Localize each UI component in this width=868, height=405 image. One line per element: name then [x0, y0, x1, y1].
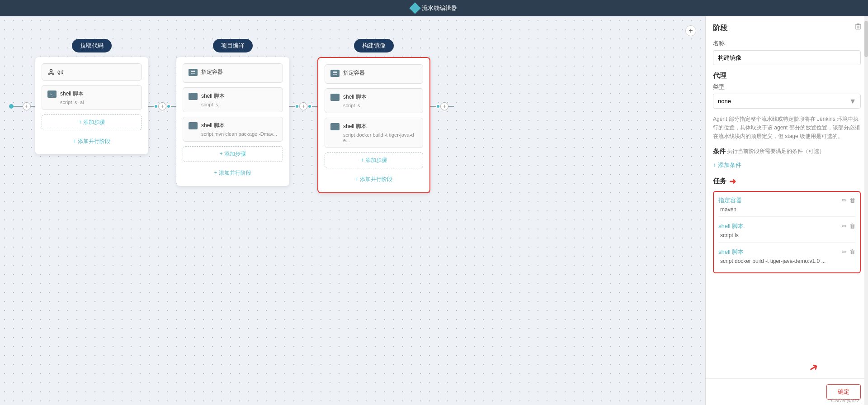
task-git-name: git — [57, 69, 63, 75]
task-shell-2b-script: script mvn clean package -Dmav... — [189, 131, 277, 137]
stage-label-2[interactable]: 项目编译 — [213, 39, 253, 52]
svg-rect-14 — [333, 71, 337, 73]
add-parallel-btn-2[interactable]: + 添加并行阶段 — [183, 167, 283, 180]
task-container-3[interactable]: 指定容器 — [325, 64, 423, 84]
task-shell-3a-script: script ls — [330, 103, 417, 108]
svg-rect-19 — [857, 24, 859, 24]
task-shell-2b[interactable]: shell 脚本 script mvn clean package -Dmav.… — [183, 117, 283, 142]
svg-rect-12 — [190, 123, 196, 129]
shell-icon-2a — [189, 93, 198, 100]
task-edit-icon-2[interactable]: ✏ — [842, 223, 847, 229]
task-delete-icon-1[interactable]: 🗑 — [849, 197, 855, 204]
task-shell-3a-header: shell 脚本 — [330, 93, 417, 101]
watermark: CSDN @hzz... — [831, 398, 863, 403]
panel-scrollbar[interactable] — [864, 16, 868, 405]
connector-1-2: + — [148, 102, 176, 110]
add-parallel-btn-1[interactable]: + 添加并行阶段 — [42, 135, 142, 148]
terminal-icon-3a — [332, 95, 338, 100]
panel-type-label: 类型 — [713, 83, 861, 91]
svg-rect-8 — [190, 70, 196, 75]
add-condition-button[interactable]: + 添加条件 — [713, 161, 861, 169]
task-list-name-1: 指定容器 — [718, 196, 742, 205]
top-bar: 流水线编辑器 — [0, 0, 868, 16]
svg-text:>_: >_ — [50, 93, 53, 96]
add-between-1-2[interactable]: + — [158, 102, 166, 110]
pipeline-add-button[interactable]: + — [685, 25, 696, 36]
task-container-2-name: 指定容器 — [201, 68, 223, 76]
task-list-header-1: 指定容器 ✏ 🗑 — [718, 196, 855, 205]
conn-dot-d — [307, 104, 312, 109]
add-step-btn-3[interactable]: + 添加步骤 — [325, 152, 423, 168]
task-list-item-1: 指定容器 ✏ 🗑 maven — [718, 196, 855, 217]
task-delete-icon-2[interactable]: 🗑 — [849, 223, 855, 229]
task-list-value-1: maven — [718, 206, 855, 213]
scrollbar-thumb[interactable] — [864, 21, 868, 57]
task-list-name-3: shell 脚本 — [718, 248, 744, 256]
conn-dot-e — [436, 104, 440, 109]
shell-icon-3b — [330, 123, 340, 130]
stage-label-3[interactable]: 构建镜像 — [354, 39, 394, 52]
task-shell-2a[interactable]: shell 脚本 script ls — [183, 87, 283, 112]
add-stage-button-start[interactable]: + — [23, 102, 31, 110]
add-parallel-btn-3[interactable]: + 添加并行阶段 — [325, 173, 423, 186]
right-panel-inner: 阶段 名称 代理 类型 none any label node ▼ Agent … — [706, 16, 868, 378]
panel-type-select[interactable]: none any label node — [713, 94, 861, 109]
terminal-icon-2a — [190, 94, 196, 99]
svg-rect-10 — [191, 73, 195, 74]
task-edit-icon-1[interactable]: ✏ — [842, 197, 847, 204]
terminal-icon-3b — [332, 124, 338, 129]
conn-line-d — [312, 106, 317, 107]
task-shell-2a-header: shell 脚本 — [189, 92, 277, 100]
conn-dot-b — [166, 104, 171, 109]
task-delete-icon-3[interactable]: 🗑 — [849, 248, 855, 255]
add-step-btn-1[interactable]: + 添加步骤 — [42, 114, 142, 130]
add-step-btn-2[interactable]: + 添加步骤 — [183, 146, 283, 162]
task-edit-icon-3[interactable]: ✏ — [842, 248, 847, 255]
add-after-3[interactable]: + — [440, 102, 448, 110]
confirm-button[interactable]: 确定 — [826, 384, 861, 400]
task-list-actions-3: ✏ 🗑 — [842, 248, 855, 255]
task-shell-3b[interactable]: shell 脚本 script docker build -t tiger-ja… — [325, 118, 423, 148]
panel-name-input[interactable] — [713, 50, 861, 65]
container-icon-3 — [330, 70, 340, 77]
panel-name-label: 名称 — [713, 39, 861, 48]
stage-label-1[interactable]: 拉取代码 — [72, 39, 112, 52]
svg-rect-13 — [332, 71, 338, 76]
shell-icon-1: >_ — [47, 91, 57, 98]
task-git[interactable]: git — [42, 63, 142, 81]
stage-wrapper-3: 构建镜像 指定容器 — [317, 39, 430, 193]
stage-wrapper-1: 拉取代码 git — [35, 39, 148, 154]
stage-card-1: git >_ shell 脚本 — [35, 57, 148, 154]
conn-line-f — [448, 106, 454, 107]
stage-card-2: 指定容器 shell 脚本 scrip — [176, 57, 289, 186]
main-content: + + 拉取代码 — [0, 16, 868, 405]
panel-select-wrapper: none any label node ▼ — [713, 94, 861, 109]
container-icon-3-svg — [332, 71, 338, 76]
task-shell-3b-name: shell 脚本 — [343, 123, 367, 130]
container-icon-2 — [189, 69, 198, 76]
panel-conditions-row: 条件 执行当前阶段所需要满足的条件（可选） — [713, 148, 861, 156]
svg-rect-11 — [190, 94, 196, 99]
connector-2-3: + — [289, 102, 317, 110]
panel-agent-label: 代理 — [713, 71, 861, 80]
pipeline-area: + + 拉取代码 — [0, 16, 705, 405]
task-container-2[interactable]: 指定容器 — [183, 63, 283, 83]
right-panel: 阶段 名称 代理 类型 none any label node ▼ Agent … — [705, 16, 868, 405]
panel-delete-icon[interactable] — [854, 23, 862, 32]
trash-icon — [854, 23, 862, 30]
conn-line-b — [171, 106, 176, 107]
task-shell-2b-header: shell 脚本 — [189, 122, 277, 129]
task-shell-3b-header: shell 脚本 — [330, 123, 417, 130]
tasks-list-box: 指定容器 ✏ 🗑 maven shell 脚本 ✏ 🗑 — [713, 191, 861, 273]
connector-after-3: + — [430, 102, 454, 110]
add-between-2-3[interactable]: + — [299, 102, 307, 110]
first-connector: + — [9, 102, 35, 110]
task-shell-3b-script: script docker build -t tiger-java-de... — [330, 132, 417, 143]
logo: 流水线编辑器 — [411, 4, 457, 12]
task-shell-3a[interactable]: shell 脚本 script ls — [325, 88, 423, 113]
task-shell-1[interactable]: >_ shell 脚本 script ls -al — [42, 85, 142, 110]
task-shell-1-header: >_ shell 脚本 — [47, 90, 136, 98]
panel-description: Agent 部分指定整个流水线或特定阶段将在 Jenkins 环境中执行的位置，… — [713, 115, 861, 141]
task-container-3-header: 指定容器 — [330, 69, 417, 77]
stage-wrapper-2: 项目编译 指定容器 — [176, 39, 289, 186]
